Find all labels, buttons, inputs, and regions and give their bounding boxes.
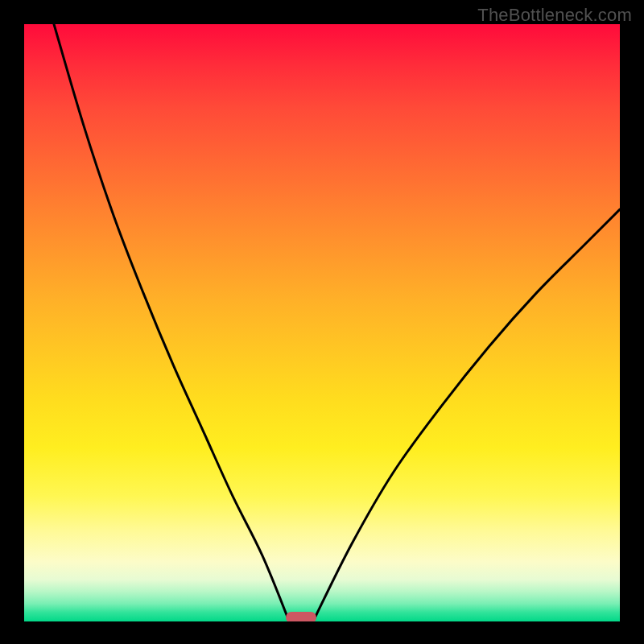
- curve-layer: [24, 24, 620, 621]
- plot-area: [24, 24, 620, 621]
- chart-frame: TheBottleneck.com: [0, 0, 644, 644]
- left-curve: [54, 24, 289, 621]
- watermark-text: TheBottleneck.com: [477, 5, 632, 26]
- right-curve: [313, 209, 620, 621]
- bottleneck-marker: [286, 612, 316, 621]
